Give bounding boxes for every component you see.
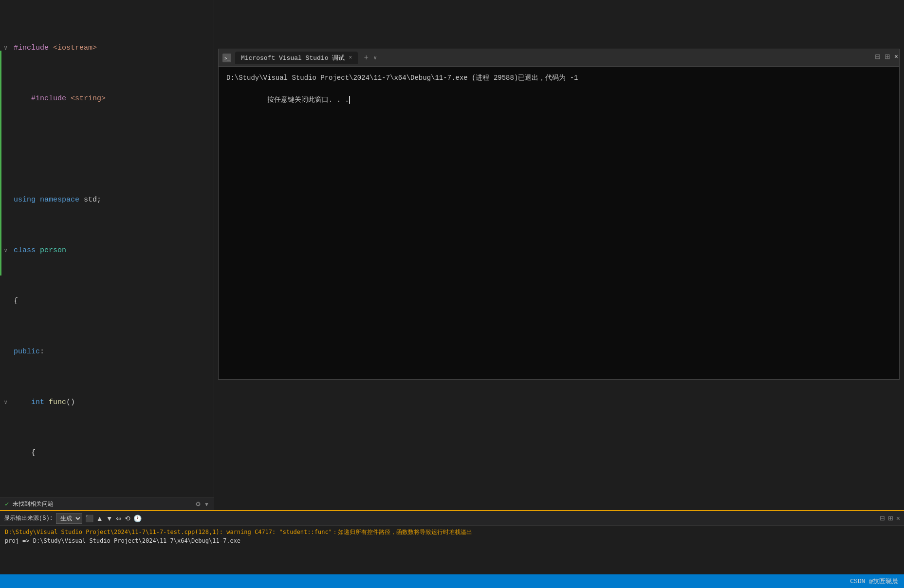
pin-button[interactable]: ⊟ xyxy=(875,53,881,60)
output-source-label: 显示输出来源(S): xyxy=(4,514,53,522)
output-find-button[interactable]: ⟲ xyxy=(125,514,130,522)
code-token: #include xyxy=(14,44,53,52)
fold-indicator xyxy=(4,346,14,358)
code-token: : xyxy=(40,348,44,356)
problem-dropdown-button[interactable]: ▼ xyxy=(204,501,209,507)
main-container: ∨ #include <iostream> #include <string> xyxy=(0,0,904,588)
code-line: public: xyxy=(0,346,214,358)
code-line: ∨ int func() xyxy=(0,396,214,409)
panel-settings-button[interactable]: ⊞ xyxy=(885,53,890,60)
terminal-tab[interactable]: Microsoft Visual Studio 调试 × xyxy=(235,52,358,64)
code-line: { xyxy=(0,295,214,308)
output-warn-line: D:\Study\Visual Studio Project\2024\11-7… xyxy=(5,528,899,536)
problem-status-bar: ✓ 未找到相关问题 ⚙ ▼ xyxy=(0,497,214,510)
panel-close-button[interactable]: × xyxy=(894,53,898,60)
code-token: int xyxy=(31,398,49,406)
fold-indicator xyxy=(4,447,14,459)
output-path-line: proj => D:\Study\Visual Studio Project\2… xyxy=(5,536,899,545)
code-token: func xyxy=(49,398,66,406)
code-line: using namespace std; xyxy=(0,194,214,206)
terminal-tab-label: Microsoft Visual Studio 调试 xyxy=(241,54,345,62)
terminal-cursor xyxy=(349,96,350,104)
terminal-icon: >_ xyxy=(222,54,231,62)
fold-indicator xyxy=(4,92,14,105)
output-source-select[interactable]: 生成 xyxy=(56,513,82,524)
code-line: ∨ #include <iostream> xyxy=(0,42,214,55)
terminal-output-text: 按任意键关闭此窗口. . . xyxy=(267,96,349,104)
problem-status-text: 未找到相关问题 xyxy=(13,500,54,508)
code-token: std; xyxy=(84,196,101,204)
fold-arrow[interactable]: ∨ xyxy=(4,244,14,257)
fold-indicator xyxy=(4,295,14,308)
output-pin-button[interactable]: ⊟ xyxy=(880,514,885,522)
code-token: #include xyxy=(31,94,71,103)
fold-indicator-bar xyxy=(0,51,1,276)
output-content: D:\Study\Visual Studio Project\2024\11-7… xyxy=(0,526,904,547)
output-clock-button[interactable]: 🕐 xyxy=(133,514,142,522)
code-line: { xyxy=(0,447,214,459)
terminal-output-line2: 按任意键关闭此窗口. . . xyxy=(226,83,891,116)
output-resize-button[interactable]: ⊞ xyxy=(888,514,893,522)
panel-controls: ⊟ ⊞ × xyxy=(875,53,898,60)
output-clear-button[interactable]: ⬛ xyxy=(85,514,93,522)
code-token: public xyxy=(14,348,40,356)
code-token: <iostream> xyxy=(53,44,97,52)
output-wrap-button[interactable]: ⇔ xyxy=(116,514,122,522)
output-toolbar: 显示输出来源(S): 生成 ⬛ ▲ ▼ ⇔ ⟲ 🕐 ⊟ ⊞ × xyxy=(0,511,904,526)
terminal-output-line1: D:\Study\Visual Studio Project\2024\11-7… xyxy=(226,73,891,83)
panel-right-controls: ⊟ ⊞ × xyxy=(880,514,900,522)
output-panel: 显示输出来源(S): 生成 ⬛ ▲ ▼ ⇔ ⟲ 🕐 ⊟ ⊞ × D:\Study… xyxy=(0,510,904,574)
terminal-close-button[interactable]: × xyxy=(349,55,352,61)
terminal-titlebar: >_ Microsoft Visual Studio 调试 × + ∨ xyxy=(219,49,899,67)
code-line xyxy=(0,143,214,156)
code-token: person xyxy=(40,246,66,255)
fold-indicator xyxy=(4,143,14,156)
csdn-watermark: CSDN @技匠晓晨 xyxy=(850,577,898,586)
terminal-body: D:\Study\Visual Studio Project\2024\11-7… xyxy=(219,67,899,379)
output-close-button[interactable]: × xyxy=(896,514,900,522)
fold-indicator xyxy=(4,194,14,206)
terminal-svg-icon: >_ xyxy=(224,55,230,61)
problem-settings-button[interactable]: ⚙ xyxy=(195,500,201,508)
fold-arrow[interactable]: ∨ xyxy=(4,42,14,55)
code-token: { xyxy=(14,295,18,308)
code-token: () xyxy=(66,398,75,406)
terminal-dropdown-button[interactable]: ∨ xyxy=(373,54,377,61)
svg-text:>_: >_ xyxy=(224,56,230,61)
code-token: { xyxy=(31,449,36,457)
code-line: ∨ class person xyxy=(0,244,214,257)
output-scroll-up-button[interactable]: ▲ xyxy=(96,514,103,522)
status-bar: CSDN @技匠晓晨 xyxy=(0,574,904,588)
code-token: <string> xyxy=(71,94,106,103)
output-scroll-down-button[interactable]: ▼ xyxy=(106,514,113,522)
terminal-add-button[interactable]: + xyxy=(364,54,369,62)
code-line: #include <string> xyxy=(0,92,214,105)
code-token: using namespace xyxy=(14,196,84,204)
terminal-window[interactable]: >_ Microsoft Visual Studio 调试 × + ∨ D:\S… xyxy=(218,49,900,380)
fold-arrow[interactable]: ∨ xyxy=(4,396,14,409)
code-token: class xyxy=(14,246,40,255)
check-icon: ✓ xyxy=(5,500,9,508)
